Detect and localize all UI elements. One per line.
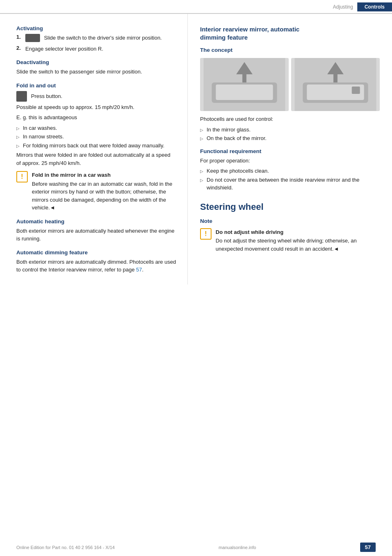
warning-title: Fold in the mirror in a car wash — [32, 171, 176, 179]
fold-bullet-1: In car washes. — [16, 124, 176, 132]
warning-icon: ! — [16, 171, 28, 182]
photocells-text: Photocells are used for control: — [200, 115, 380, 123]
functional-bullet-1: Keep the photocells clean. — [200, 167, 380, 175]
controls-tab[interactable]: Controls — [357, 2, 392, 11]
footer-site: manualsonline.info — [218, 545, 256, 550]
fold-button-icon — [16, 91, 27, 102]
deactivating-heading: Deactivating — [16, 59, 176, 65]
header-bar: Adjusting Controls — [0, 0, 392, 14]
left-column: Activating 1. Slide the switch to the dr… — [0, 14, 188, 285]
mirror-images — [200, 58, 380, 111]
page-number: 57 — [360, 543, 376, 552]
note-heading: Note — [200, 218, 380, 224]
step-2: 2. Engage selector lever position R. — [16, 45, 176, 53]
adjusting-label: Adjusting — [329, 2, 357, 11]
note-warning-title: Do not adjust while driving — [216, 228, 380, 236]
mirror-image-right — [291, 58, 380, 111]
footer-edition: Online Edition for Part no. 01 40 2 956 … — [16, 545, 115, 550]
fold-button-row: Press button. — [16, 91, 176, 102]
fold-bullet-2: In narrow streets. — [16, 133, 176, 141]
steering-heading: Steering wheel — [200, 202, 380, 212]
fold-button-text: Press button. — [31, 93, 62, 99]
deactivating-text: Slide the switch to the passenger side m… — [16, 68, 176, 76]
fold-auto-text: Mirrors that were folded in are folded o… — [16, 151, 176, 167]
mirror-image-left — [200, 58, 289, 111]
svg-rect-2 — [216, 85, 273, 100]
interior-mirror-heading: Interior rearview mirror, automatic dimm… — [200, 25, 380, 41]
functional-bullets: Keep the photocells clean. Do not cover … — [200, 167, 380, 192]
fold-speed-text: Possible at speeds up to approx. 15 mph/… — [16, 103, 176, 111]
auto-heating-text: Both exterior mirrors are automatically … — [16, 227, 176, 243]
photocell-bullet-1: In the mirror glass. — [200, 126, 380, 134]
fold-eg-text: E. g. this is advantageous — [16, 113, 176, 122]
photocell-bullet-2: On the back of the mirror. — [200, 134, 380, 142]
switch-icon — [25, 34, 40, 42]
functional-heading: Functional requirement — [200, 148, 380, 154]
note-warning-text: Do not adjust the steering wheel while d… — [216, 238, 356, 252]
activating-heading: Activating — [16, 25, 176, 31]
functional-bullet-2: Do not cover the area between the inside… — [200, 176, 380, 192]
functional-intro: For proper operation: — [200, 157, 380, 165]
step-1: 1. Slide the switch to the driver's side… — [16, 34, 176, 42]
auto-dimming-text: Both exterior mirrors are automatically … — [16, 258, 176, 274]
auto-dimming-heading: Automatic dimming feature — [16, 249, 176, 256]
photocells-bullets: In the mirror glass. On the back of the … — [200, 126, 380, 142]
fold-bullet-3: For folding mirrors back out that were f… — [16, 142, 176, 150]
note-warning-icon: ! — [200, 228, 212, 240]
right-column: Interior rearview mirror, automatic dimm… — [188, 14, 392, 285]
auto-dimming-link[interactable]: 57 — [136, 267, 142, 273]
page-content: Activating 1. Slide the switch to the dr… — [0, 14, 392, 285]
fold-bullets: In car washes. In narrow streets. For fo… — [16, 124, 176, 150]
page-footer: Online Edition for Part no. 01 40 2 956 … — [0, 543, 392, 552]
warning-box: ! Fold in the mirror in a car wash Befor… — [16, 171, 176, 212]
concept-heading: The concept — [200, 47, 380, 53]
auto-heating-heading: Automatic heating — [16, 218, 176, 225]
note-warning-box: ! Do not adjust while driving Do not adj… — [200, 228, 380, 253]
warning-text: Before washing the car in an automatic c… — [32, 181, 172, 211]
fold-heading: Fold in and out — [16, 82, 176, 89]
svg-rect-7 — [352, 87, 360, 94]
